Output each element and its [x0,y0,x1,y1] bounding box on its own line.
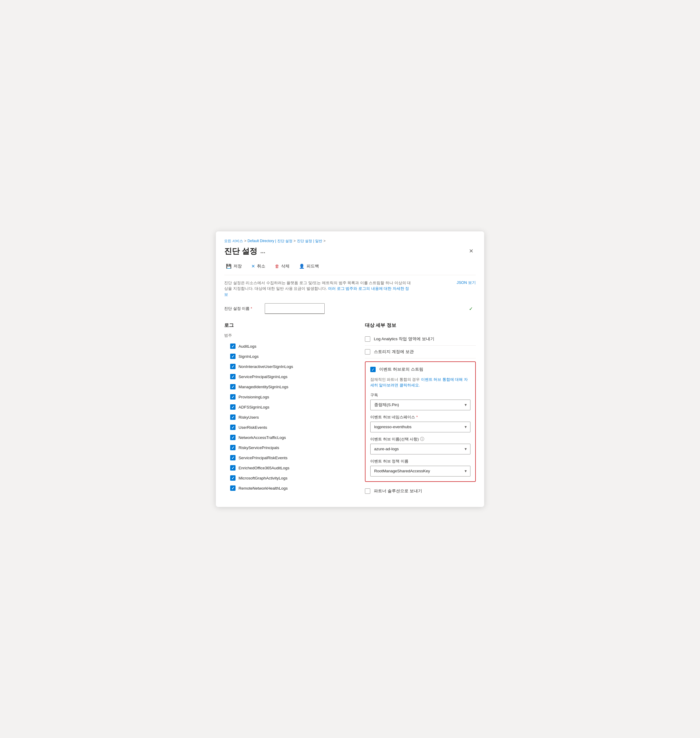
namespace-select[interactable]: logpresso-eventhubs [370,421,471,432]
service-principal-signin-checkbox[interactable]: ✓ [230,374,235,379]
destination-panel: 대상 세부 정보 Log Analytics 작업 영역에 보내기 스토리지 계… [365,322,476,497]
toolbar: 💾 저장 ✕ 취소 🗑 삭제 👤 피드백 [224,262,476,275]
description-text: 진단 설정은 리소스에서 수집하려는 플랫폼 로그 및/또는 메트릭의 범주 목… [224,280,413,298]
managed-identity-signin-checkbox[interactable]: ✓ [230,384,235,389]
list-item: ✓ ServicePrincipalSignInLogs [224,371,355,382]
network-access-traffic-checkbox[interactable]: ✓ [230,435,235,440]
feedback-icon: 👤 [299,264,305,269]
page-header: 진단 설정 ... ✕ [224,246,476,256]
close-button[interactable]: ✕ [466,247,476,256]
log-analytics-label: Log Analytics 작업 영역에 보내기 [374,336,434,342]
policy-label: 이벤트 허브 정책 이름 [370,459,471,464]
name-row: 진단 설정 이름 * ✓ [224,303,476,314]
ms-graph-activity-checkbox[interactable]: ✓ [230,475,235,481]
provisioning-logs-checkbox[interactable]: ✓ [230,394,235,399]
signin-logs-checkbox[interactable]: ✓ [230,354,235,359]
destination-section-title: 대상 세부 정보 [365,322,476,328]
policy-select[interactable]: RootManageSharedAccessKey [370,466,471,476]
logs-panel: 로그 범주 ✓ AuditLogs ✓ SignInLogs ✓ NonInte… [224,322,355,493]
subscription-label: 구독 [370,392,471,398]
save-button[interactable]: 💾 저장 [224,262,244,270]
list-item: ✓ NonInteractiveUserSignInLogs [224,361,355,371]
list-item: ✓ ManagedIdentitySignInLogs [224,382,355,392]
hub-name-field: 이벤트 허브 이름(선택 사항) ⓘ azure-ad-logs ▼ [370,436,471,454]
hub-name-label: 이벤트 허브 이름(선택 사항) ⓘ [370,436,471,442]
logs-subsection-title: 범주 [224,333,355,338]
subscription-field: 구독 종량제(S.Pin) ▼ [370,392,471,410]
list-item: ✓ ADFSSignInLogs [224,402,355,412]
risky-service-principals-checkbox[interactable]: ✓ [230,445,235,450]
feedback-button[interactable]: 👤 피드백 [297,262,321,270]
delete-label: 삭제 [281,264,290,269]
name-input[interactable] [265,303,325,314]
list-item: ✓ NetworkAccessTrafficLogs [224,432,355,442]
logs-section-title: 로그 [224,322,355,328]
partner-label: 파트너 솔루션으로 보내기 [374,488,422,494]
eventhub-header: ✓ 이벤트 허브로의 스트림 [370,367,471,372]
list-item: ✓ MicrosoftGraphActivityLogs [224,473,355,483]
hub-name-info-icon[interactable]: ⓘ [420,436,424,442]
check-icon: ✓ [469,306,473,312]
log-analytics-checkbox[interactable] [365,336,370,342]
enriched-office365-checkbox[interactable]: ✓ [230,465,235,470]
list-item: ✓ SignInLogs [224,351,355,361]
name-input-wrap: ✓ [265,303,476,314]
storage-checkbox[interactable] [365,349,370,355]
save-label: 저장 [234,264,242,269]
hub-name-select[interactable]: azure-ad-logs [370,444,471,454]
list-item: ✓ RemoteNetworkHealthLogs [224,483,355,493]
cancel-icon: ✕ [251,264,255,269]
page-title-text: 진단 설정 [224,246,257,256]
storage-label: 스토리지 계정에 보관 [374,349,414,355]
partner-dest-item: 파트너 솔루션으로 보내기 [365,485,476,497]
main-content: 로그 범주 ✓ AuditLogs ✓ SignInLogs ✓ NonInte… [224,322,476,497]
main-window: 모든 서비스 > Default Directory | 진단 설정 > 진단 … [216,231,484,507]
policy-select-wrap: RootManageSharedAccessKey ▼ [370,466,471,476]
page-title: 진단 설정 ... [224,246,265,256]
risky-users-checkbox[interactable]: ✓ [230,414,235,420]
subscription-select-wrap: 종량제(S.Pin) ▼ [370,399,471,410]
eventhub-description-group: 잠재적인 파트너 통합의 경우 이벤트 허브 통합에 대해 자세히 알아보려면 … [370,377,471,388]
eventhub-label: 이벤트 허브로의 스트림 [379,367,424,372]
service-principal-risk-events-checkbox[interactable]: ✓ [230,455,235,460]
list-item: ✓ EnrichedOffice365AuditLogs [224,463,355,473]
breadcrumb-all-services[interactable]: 모든 서비스 [224,239,243,244]
delete-icon: 🗑 [275,264,279,269]
adfs-signin-checkbox[interactable]: ✓ [230,404,235,410]
eventhub-description: 잠재적인 파트너 통합의 경우 이벤트 허브 통합에 대해 자세히 알아보려면 … [370,377,471,388]
cancel-label: 취소 [257,264,265,269]
breadcrumb-default-directory[interactable]: Default Directory | 진단 설정 [247,239,292,244]
namespace-field: 이벤트 허브 네임스페이스 * logpresso-eventhubs ▼ [370,414,471,432]
hub-name-select-wrap: azure-ad-logs ▼ [370,444,471,454]
non-interactive-signin-checkbox[interactable]: ✓ [230,364,235,369]
page-title-more[interactable]: ... [260,248,265,255]
feedback-label: 피드백 [306,264,319,269]
description-bar: 진단 설정은 리소스에서 수집하려는 플랫폼 로그 및/또는 메트릭의 범주 목… [224,280,476,298]
audit-logs-checkbox[interactable]: ✓ [230,343,235,349]
list-item: ✓ ServicePrincipalRiskEvents [224,453,355,463]
list-item: ✓ UserRiskEvents [224,422,355,432]
eventhub-checkbox[interactable]: ✓ [370,367,376,372]
name-field-label: 진단 설정 이름 * [224,306,260,311]
namespace-select-wrap: logpresso-eventhubs ▼ [370,421,471,432]
eventhub-section: ✓ 이벤트 허브로의 스트림 잠재적인 파트너 통합의 경우 이벤트 허브 통합… [365,361,476,482]
breadcrumb: 모든 서비스 > Default Directory | 진단 설정 > 진단 … [224,239,476,244]
json-view-link[interactable]: JSON 보기 [457,280,476,285]
policy-field: 이벤트 허브 정책 이름 RootManageSharedAccessKey ▼ [370,459,471,476]
log-analytics-dest-item: Log Analytics 작업 영역에 보내기 [365,333,476,346]
user-risk-events-checkbox[interactable]: ✓ [230,424,235,430]
list-item: ✓ ProvisioningLogs [224,392,355,402]
namespace-label: 이벤트 허브 네임스페이스 * [370,414,471,420]
delete-button[interactable]: 🗑 삭제 [273,262,291,270]
storage-dest-item: 스토리지 계정에 보관 [365,346,476,358]
list-item: ✓ AuditLogs [224,341,355,351]
remote-network-health-checkbox[interactable]: ✓ [230,485,235,491]
partner-checkbox[interactable] [365,488,370,494]
list-item: ✓ RiskyServicePrincipals [224,442,355,453]
breadcrumb-current[interactable]: 진단 설정 | 일반 [297,239,322,244]
save-icon: 💾 [226,264,232,269]
subscription-select[interactable]: 종량제(S.Pin) [370,399,471,410]
cancel-button[interactable]: ✕ 취소 [250,262,267,270]
list-item: ✓ RiskyUsers [224,412,355,422]
